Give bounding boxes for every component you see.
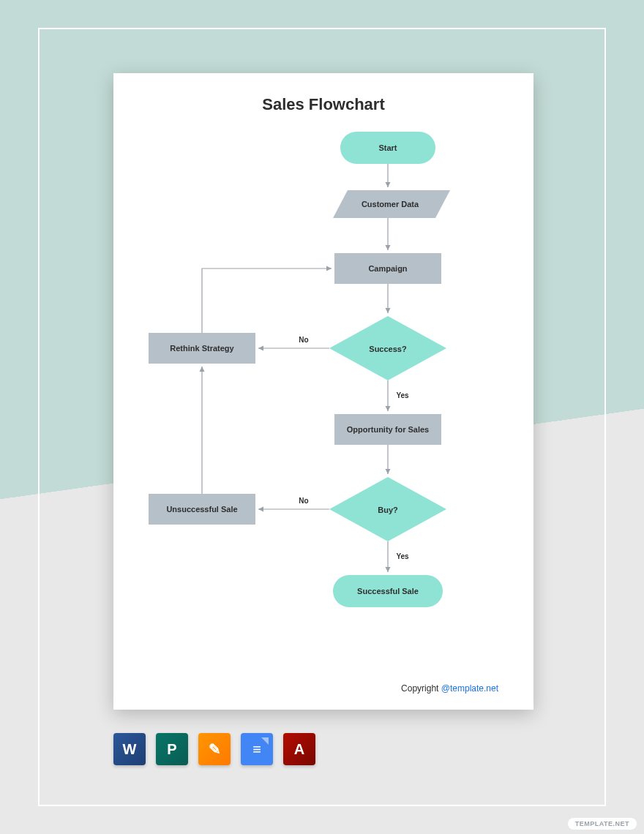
node-start-label: Start [378,143,397,152]
background: Sales Flowchart Start Customer Data Camp… [0,0,644,834]
edge-buy-yes-label: Yes [396,552,409,560]
node-successful-label: Successful Sale [357,587,419,596]
node-opportunity-label: Opportunity for Sales [347,425,429,434]
flowchart-canvas: Start Customer Data Campaign Success? No… [113,124,533,680]
edge-success-no-label: No [299,336,308,344]
watermark-badge: TEMPLATE.NET [568,818,637,830]
document-page: Sales Flowchart Start Customer Data Camp… [113,73,533,710]
pdf-icon[interactable]: A [283,733,315,765]
copyright-text: Copyright [401,683,441,694]
node-success-label: Success? [369,345,407,353]
node-customer-data-label: Customer Data [362,200,419,209]
format-icons-row: W P ✎ ≡ A [113,733,315,765]
node-buy-label: Buy? [378,506,398,514]
page-title: Sales Flowchart [113,95,533,114]
node-campaign-label: Campaign [368,264,407,273]
node-rethink-label: Rethink Strategy [170,344,234,353]
edge-success-yes-label: Yes [396,391,409,399]
footer-copyright: Copyright @template.net [401,683,498,694]
edge-rethink-to-campaign [202,268,332,333]
pages-icon[interactable]: ✎ [198,733,231,765]
node-unsuccessful-label: Unsuccessful Sale [166,505,237,514]
google-docs-icon[interactable]: ≡ [241,733,273,765]
copyright-link[interactable]: @template.net [441,683,498,694]
edge-buy-no-label: No [299,497,308,505]
word-icon[interactable]: W [113,733,146,765]
publisher-icon[interactable]: P [156,733,188,765]
